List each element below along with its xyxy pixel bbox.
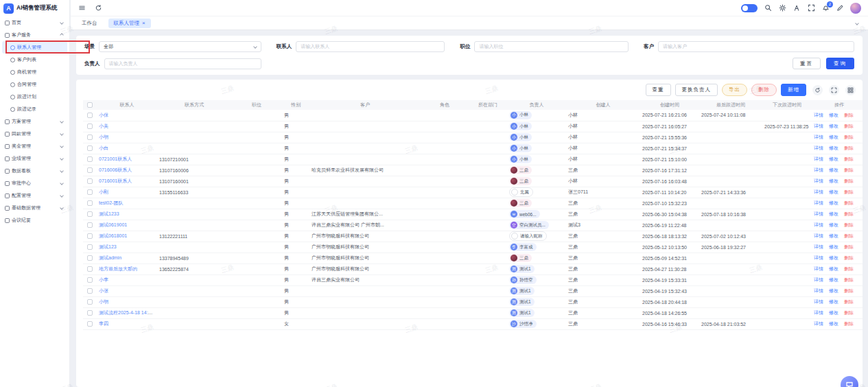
action-删除-link[interactable]: 删除 <box>844 178 854 185</box>
新增-button[interactable]: 新增 <box>781 84 806 96</box>
action-修改-link[interactable]: 修改 <box>829 123 838 130</box>
sidebar-item-商机管理[interactable]: 商机管理 <box>2 66 67 78</box>
contact-name-link[interactable]: 测试0619001 <box>99 222 127 227</box>
action-详情-link[interactable]: 详情 <box>814 167 823 174</box>
sidebar-item-奖金管理[interactable]: 奖金管理 <box>2 140 67 152</box>
action-修改-link[interactable]: 修改 <box>829 222 838 228</box>
row-checkbox[interactable] <box>87 189 93 195</box>
fullscreen-icon[interactable] <box>807 4 815 12</box>
action-详情-link[interactable]: 详情 <box>814 189 823 196</box>
action-删除-link[interactable]: 删除 <box>844 298 854 305</box>
column-settings-icon[interactable] <box>845 85 856 95</box>
contact-name-link[interactable]: 测试0618001 <box>99 233 127 238</box>
contact-name-link[interactable]: 小明 <box>99 299 108 304</box>
row-checkbox[interactable] <box>87 321 93 327</box>
action-详情-link[interactable]: 详情 <box>814 222 823 228</box>
contact-name-link[interactable]: test02-团队 <box>99 200 123 205</box>
action-修改-link[interactable]: 修改 <box>829 178 838 185</box>
sidebar-item-跟进记录[interactable]: 跟进记录 <box>2 103 67 115</box>
action-详情-link[interactable]: 详情 <box>814 277 823 283</box>
sidebar-item-回款管理[interactable]: 回款管理 <box>2 128 67 140</box>
row-checkbox[interactable] <box>87 145 93 151</box>
action-详情-link[interactable]: 详情 <box>814 266 823 272</box>
fullscreen-table-icon[interactable] <box>829 85 839 95</box>
action-修改-link[interactable]: 修改 <box>829 298 838 305</box>
row-checkbox[interactable] <box>87 277 93 283</box>
tabbar-chevron-down-icon[interactable] <box>855 21 859 25</box>
action-详情-link[interactable]: 详情 <box>814 112 823 119</box>
row-checkbox[interactable] <box>87 178 93 184</box>
user-avatar[interactable] <box>850 3 861 14</box>
scene-select[interactable]: 全部 <box>99 41 261 52</box>
row-checkbox[interactable] <box>87 310 93 316</box>
action-详情-link[interactable]: 详情 <box>814 309 823 316</box>
导出-button[interactable]: 导出 <box>722 84 747 96</box>
contact-name-link[interactable]: 小李 <box>99 277 108 282</box>
position-input[interactable]: 请输入职位 <box>474 41 629 52</box>
action-修改-link[interactable]: 修改 <box>829 320 838 327</box>
action-删除-link[interactable]: 删除 <box>844 112 854 119</box>
sidebar-item-基础数据管理[interactable]: 基础数据管理 <box>2 202 67 214</box>
查重-button[interactable]: 查重 <box>646 84 671 96</box>
tab-close-icon[interactable]: × <box>142 21 145 26</box>
sidebar-item-业绩管理[interactable]: 业绩管理 <box>2 152 67 165</box>
row-checkbox[interactable] <box>87 124 93 129</box>
edit-pen-icon[interactable] <box>836 4 844 12</box>
action-删除-link[interactable]: 删除 <box>844 244 854 250</box>
theme-toggle[interactable] <box>741 4 758 12</box>
contact-name-link[interactable]: 测试123 <box>99 244 117 249</box>
sidebar-item-数据看板[interactable]: 数据看板 <box>2 165 67 177</box>
sidebar-item-客户列表[interactable]: 客户列表 <box>2 54 67 66</box>
action-修改-link[interactable]: 修改 <box>829 233 838 239</box>
action-详情-link[interactable]: 详情 <box>814 200 823 207</box>
contact-name-link[interactable]: 小张 <box>99 288 108 293</box>
sidebar-item-方案管理[interactable]: 方案管理 <box>2 115 67 128</box>
action-修改-link[interactable]: 修改 <box>829 211 838 218</box>
row-checkbox[interactable] <box>87 211 93 217</box>
action-修改-link[interactable]: 修改 <box>829 167 838 174</box>
contact-name-link[interactable]: 0721001联系人 <box>99 156 132 161</box>
更换负责人-button[interactable]: 更换负责人 <box>675 84 718 96</box>
search-button[interactable]: 查询 <box>826 58 854 69</box>
row-checkbox[interactable] <box>87 113 93 118</box>
contact-input[interactable]: 请输入联系人 <box>296 41 445 52</box>
row-checkbox[interactable] <box>87 200 93 206</box>
action-删除-link[interactable]: 删除 <box>844 309 854 316</box>
contact-name-link[interactable]: 小明 <box>99 134 108 139</box>
action-删除-link[interactable]: 删除 <box>844 145 854 152</box>
contact-name-link[interactable]: 0716006联系人 <box>99 167 132 172</box>
contact-name-link[interactable]: 李四 <box>99 321 108 326</box>
tab-联系人管理[interactable]: 联系人管理× <box>108 19 151 28</box>
contact-name-link[interactable]: 测试admin <box>99 255 121 260</box>
action-删除-link[interactable]: 删除 <box>844 167 854 174</box>
contact-name-link[interactable]: 测试1233 <box>99 211 119 216</box>
action-详情-link[interactable]: 详情 <box>814 255 823 261</box>
action-修改-link[interactable]: 修改 <box>829 156 838 163</box>
action-修改-link[interactable]: 修改 <box>829 255 838 261</box>
sidebar-item-合同管理[interactable]: 合同管理 <box>2 78 67 91</box>
action-详情-link[interactable]: 详情 <box>814 156 823 163</box>
row-checkbox[interactable] <box>87 233 93 239</box>
row-checkbox[interactable] <box>87 255 93 261</box>
row-checkbox[interactable] <box>87 222 93 228</box>
search-icon[interactable] <box>764 4 772 12</box>
action-详情-link[interactable]: 详情 <box>814 244 823 250</box>
action-详情-link[interactable]: 详情 <box>814 288 823 294</box>
action-详情-link[interactable]: 详情 <box>814 211 823 218</box>
action-修改-link[interactable]: 修改 <box>829 145 838 152</box>
action-详情-link[interactable]: 详情 <box>814 134 823 141</box>
sidebar-item-审批中心[interactable]: 审批中心 <box>2 177 67 189</box>
contact-name-link[interactable]: 地方最后放大那的 <box>99 266 137 271</box>
contact-name-link[interactable]: 0716001联系人 <box>99 178 132 183</box>
sidebar-item-客户服务[interactable]: 客户服务 <box>2 29 67 41</box>
menu-collapse-icon[interactable] <box>78 4 86 12</box>
action-详情-link[interactable]: 详情 <box>814 123 823 130</box>
contact-name-link[interactable]: 小刚 <box>99 189 108 194</box>
tab-工作台[interactable]: 工作台 <box>79 19 100 28</box>
action-删除-link[interactable]: 删除 <box>844 255 854 261</box>
row-checkbox[interactable] <box>87 288 93 294</box>
row-checkbox[interactable] <box>87 299 93 305</box>
contact-name-link[interactable]: 小保 <box>99 113 108 117</box>
sidebar-item-跟进计划[interactable]: 跟进计划 <box>2 91 67 103</box>
action-修改-link[interactable]: 修改 <box>829 309 838 316</box>
